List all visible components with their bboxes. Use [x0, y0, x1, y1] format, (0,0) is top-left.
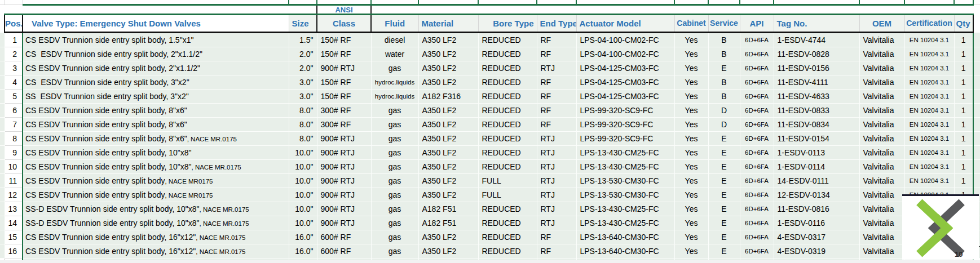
cell-pos[interactable]: 5: [5, 90, 23, 104]
cell-bore[interactable]: REDUCED: [478, 202, 537, 216]
cell-actuator[interactable]: LPS-13-430-CM25-FC: [576, 146, 674, 160]
cell-end[interactable]: RF: [537, 230, 576, 244]
cell-valve[interactable]: CS ESDV Trunnion side entry split body, …: [23, 146, 289, 160]
cell-size[interactable]: 10.0": [289, 146, 317, 160]
cell-tag[interactable]: 11-ESDV-0833: [774, 104, 859, 118]
cell-cls[interactable]: 900# RTJ: [317, 188, 371, 202]
cell-bore[interactable]: REDUCED: [478, 90, 537, 104]
header-valve-type[interactable]: Valve Type: Emergency Shut Down Valves: [23, 15, 289, 33]
cell-size[interactable]: 3.0": [289, 90, 317, 104]
cell-service[interactable]: B: [708, 75, 740, 90]
cell-api[interactable]: 6D+6FA: [740, 230, 774, 244]
cell-fluid[interactable]: gas: [371, 132, 418, 146]
cell-service[interactable]: B: [708, 33, 740, 47]
cell-cert[interactable]: EN 10204 3.1: [904, 33, 954, 47]
cell-end[interactable]: RF: [537, 47, 576, 61]
cell-cls[interactable]: 300# RF: [317, 104, 371, 118]
cell-cabinet[interactable]: Yes: [674, 104, 708, 118]
cell-material[interactable]: A350 LF2: [418, 230, 478, 244]
cell-cabinet[interactable]: Yes: [674, 188, 708, 202]
cell-cls[interactable]: 900# RTJ: [317, 174, 371, 188]
cell-valve[interactable]: CS ESDV Trunnion side entry split body, …: [23, 75, 289, 90]
cell-material[interactable]: A350 LF2: [418, 47, 478, 61]
cell-cabinet[interactable]: Yes: [674, 160, 708, 174]
cell-size[interactable]: 8.0": [289, 104, 317, 118]
cell-bore[interactable]: REDUCED: [478, 216, 537, 230]
cell-oem[interactable]: Valvitalia: [859, 188, 904, 202]
cell-oem[interactable]: Valvitalia: [859, 146, 904, 160]
cell-material[interactable]: A182 F51: [418, 216, 478, 230]
cell-fluid[interactable]: gas: [371, 188, 418, 202]
header-qty[interactable]: Qty: [954, 15, 973, 33]
cell-size[interactable]: 16.0": [289, 244, 317, 258]
cell-oem[interactable]: Valvitalia: [859, 47, 904, 61]
cell-cert[interactable]: EN 10204 3.1: [904, 160, 954, 174]
cell-tag[interactable]: 11-ESDV-0834: [774, 118, 859, 132]
cell-service[interactable]: E: [708, 244, 740, 258]
cell-material[interactable]: A350 LF2: [418, 146, 478, 160]
cell-api[interactable]: 6D+6FA: [740, 33, 774, 47]
cell-oem[interactable]: Valvitalia: [859, 230, 904, 244]
cell-api[interactable]: 6D+6FA: [740, 132, 774, 146]
cell-cabinet[interactable]: Yes: [674, 202, 708, 216]
cell-api[interactable]: 6D+6FA: [740, 174, 774, 188]
cell-api[interactable]: 6D+6FA: [740, 118, 774, 132]
cell-qty[interactable]: 1: [954, 104, 973, 118]
cell-bore[interactable]: REDUCED: [478, 132, 537, 146]
cell-pos[interactable]: 1: [5, 33, 23, 47]
cell-pos[interactable]: 6: [5, 104, 23, 118]
cell-end[interactable]: RTJ: [537, 202, 576, 216]
cell-qty[interactable]: 1: [954, 118, 973, 132]
cell-valve[interactable]: CS ESDV Trunnion side entry split body, …: [23, 132, 289, 146]
cell-pos[interactable]: 14: [5, 216, 23, 230]
cell-fluid[interactable]: gas: [371, 216, 418, 230]
cell-cls[interactable]: 150# RF: [317, 47, 371, 61]
cell-fluid[interactable]: hydroc.liquids: [371, 75, 418, 90]
cell-oem[interactable]: Valvitalia: [859, 118, 904, 132]
cell-oem[interactable]: Valvitalia: [859, 244, 904, 258]
cell-size[interactable]: 8.0": [289, 118, 317, 132]
cell-bore[interactable]: REDUCED: [478, 104, 537, 118]
cell-service[interactable]: E: [708, 146, 740, 160]
cell-bore[interactable]: REDUCED: [478, 230, 537, 244]
header-fluid[interactable]: Fluid: [371, 15, 418, 33]
cell-api[interactable]: 6D+6FA: [740, 244, 774, 258]
cell-material[interactable]: A182 F316: [418, 90, 478, 104]
cell-cert[interactable]: EN 10204 3.1: [904, 47, 954, 61]
cell-cabinet[interactable]: Yes: [674, 47, 708, 61]
cell-service[interactable]: E: [708, 61, 740, 75]
cell-end[interactable]: RF: [537, 104, 576, 118]
cell-pos[interactable]: 4: [5, 75, 23, 90]
cell-valve[interactable]: CS ESDV Trunnion side entry split body, …: [23, 104, 289, 118]
cell-api[interactable]: 6D+6FA: [740, 188, 774, 202]
cell-pos[interactable]: 13: [5, 202, 23, 216]
cell-oem[interactable]: Valvitalia: [859, 75, 904, 90]
cell-bore[interactable]: FULL: [478, 174, 537, 188]
cell-bore[interactable]: REDUCED: [478, 75, 537, 90]
cell-cabinet[interactable]: Yes: [674, 118, 708, 132]
cell-cls[interactable]: 900# RTJ: [317, 132, 371, 146]
cell-cert[interactable]: EN 10204 3.1: [904, 132, 954, 146]
cell-fluid[interactable]: gas: [371, 160, 418, 174]
cell-end[interactable]: RTJ: [537, 174, 576, 188]
cell-cert[interactable]: EN 10204 3.1: [904, 90, 954, 104]
cell-material[interactable]: A182 F51: [418, 202, 478, 216]
cell-material[interactable]: A350 LF2: [418, 188, 478, 202]
header-end-type[interactable]: End Type: [537, 15, 576, 33]
cell-tag[interactable]: 14-ESDV-0111: [774, 174, 859, 188]
cell-end[interactable]: RF: [537, 90, 576, 104]
cell-cls[interactable]: 900# RTJ: [317, 160, 371, 174]
cell-bore[interactable]: REDUCED: [478, 118, 537, 132]
header-class[interactable]: Class: [317, 15, 371, 33]
cell-service[interactable]: E: [708, 132, 740, 146]
cell-end[interactable]: RTJ: [537, 216, 576, 230]
cell-actuator[interactable]: LPS-13-430-CM25-FC: [576, 160, 674, 174]
cell-tag[interactable]: 12-ESDV-0134: [774, 188, 859, 202]
cell-cabinet[interactable]: Yes: [674, 146, 708, 160]
cell-valve[interactable]: SS-D ESDV Trunnion side entry split body…: [23, 216, 289, 230]
cell-cls[interactable]: 150# RF: [317, 75, 371, 90]
cell-pos[interactable]: 9: [5, 146, 23, 160]
cell-pos[interactable]: 11: [5, 174, 23, 188]
cell-cert[interactable]: EN 10204 3.1: [904, 118, 954, 132]
cell-end[interactable]: RF: [537, 75, 576, 90]
